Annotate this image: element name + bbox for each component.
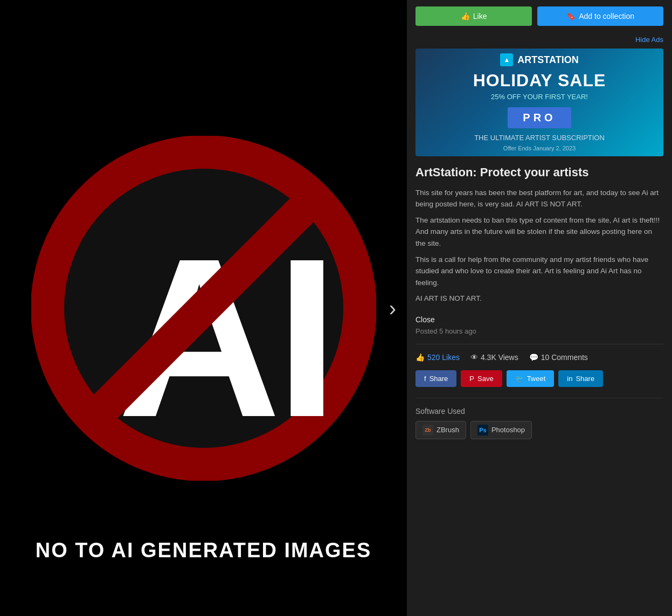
- next-arrow-button[interactable]: ›: [389, 296, 396, 320]
- software-section: Software Used Zb ZBrush Ps Photoshop: [407, 407, 672, 450]
- artwork-caption: NO TO AI GENERATED IMAGES: [0, 539, 407, 562]
- eye-icon: 👁: [470, 353, 478, 362]
- software-tag-zbrush[interactable]: Zb ZBrush: [415, 421, 466, 439]
- description-paragraph-4: AI ART IS NOT ART.: [415, 293, 663, 304]
- ad-logo: ▲ ARTSTATION: [500, 53, 578, 66]
- share-buttons-row: f Share P Save 🐦 Tweet in Share: [407, 370, 672, 398]
- description-paragraph-1: This site for years has been the best pl…: [415, 187, 663, 210]
- linkedin-share-button[interactable]: in Share: [558, 370, 603, 387]
- zbrush-icon: Zb: [422, 425, 433, 435]
- facebook-share-button[interactable]: f Share: [415, 370, 456, 387]
- ad-subtitle: THE ULTIMATE ARTIST SUBSCRIPTION: [474, 134, 605, 142]
- software-tag-photoshop[interactable]: Ps Photoshop: [470, 421, 532, 439]
- like-button[interactable]: 👍 Like: [415, 6, 532, 26]
- ad-banner[interactable]: ▲ ARTSTATION HOLIDAY SALE 25% OFF YOUR F…: [415, 49, 663, 156]
- svg-text:AI: AI: [117, 211, 333, 464]
- photoshop-icon: Ps: [477, 425, 488, 435]
- action-buttons-row: 👍 Like 🔖 Add to collection: [407, 0, 672, 32]
- thumbs-up-stat-icon: 👍: [415, 353, 425, 362]
- software-tags: Zb ZBrush Ps Photoshop: [415, 421, 663, 439]
- pinterest-icon: P: [469, 375, 474, 383]
- description-paragraph-3: This is a call for help from the communi…: [415, 254, 663, 289]
- linkedin-icon: in: [567, 375, 572, 383]
- artstation-icon: ▲: [500, 53, 513, 66]
- artwork-image: AI NO TO AI GENERATED IMAGES: [0, 0, 407, 616]
- comment-icon: 💬: [529, 353, 538, 362]
- ad-discount: 25% OFF YOUR FIRST YEAR!: [491, 93, 588, 101]
- twitter-icon: 🐦: [515, 375, 524, 383]
- divider-2: [415, 398, 663, 398]
- photoshop-label: Photoshop: [491, 426, 525, 434]
- post-description: This site for years has been the best pl…: [407, 187, 672, 315]
- description-paragraph-2: The artstation needs to ban this type of…: [415, 214, 663, 250]
- facebook-icon: f: [424, 375, 426, 383]
- no-ai-icon: AI: [31, 136, 376, 481]
- thumbs-up-icon: 👍: [461, 12, 470, 20]
- hide-ads-link[interactable]: Hide Ads: [635, 36, 663, 44]
- divider: [415, 344, 663, 344]
- views-stat: 👁 4.3K Views: [470, 353, 518, 362]
- bookmark-icon: 🔖: [566, 12, 576, 20]
- add-to-collection-button[interactable]: 🔖 Add to collection: [537, 6, 663, 26]
- close-link[interactable]: Close: [407, 315, 672, 326]
- info-panel: 👍 Like 🔖 Add to collection Hide Ads ▲ AR…: [407, 0, 672, 616]
- zbrush-label: ZBrush: [437, 426, 459, 434]
- twitter-tweet-button[interactable]: 🐦 Tweet: [507, 370, 555, 387]
- artwork-panel: AI NO TO AI GENERATED IMAGES ›: [0, 0, 407, 616]
- software-title: Software Used: [415, 407, 663, 416]
- likes-stat[interactable]: 👍 520 Likes: [415, 353, 460, 362]
- comments-stat[interactable]: 💬 10 Comments: [529, 353, 588, 362]
- ad-offer-ends: Offer Ends January 2, 2023: [503, 145, 576, 151]
- posted-time: Posted 5 hours ago: [407, 326, 672, 344]
- ad-sale-title: HOLIDAY SALE: [473, 71, 606, 91]
- ad-pro-badge: PRO: [508, 107, 571, 128]
- hide-ads-area: Hide Ads: [407, 32, 672, 49]
- post-title: ArtStation: Protect your artists: [407, 165, 672, 187]
- stats-row: 👍 520 Likes 👁 4.3K Views 💬 10 Comments: [407, 353, 672, 370]
- pinterest-save-button[interactable]: P Save: [461, 370, 502, 387]
